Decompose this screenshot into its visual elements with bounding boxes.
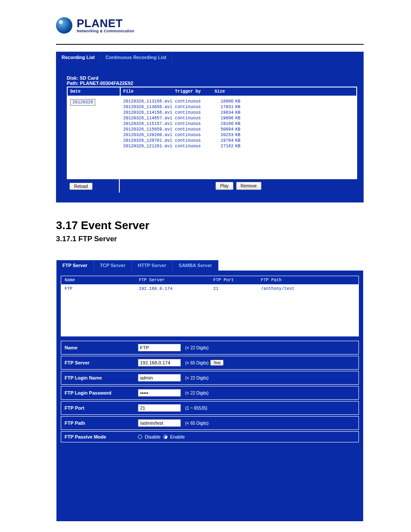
file-trigger: continuous: [175, 99, 215, 104]
col-server: FTP Server: [135, 276, 210, 285]
recording-list-screenshot: Recording List Continuous Recording List…: [56, 52, 364, 202]
file-unit: KB: [235, 133, 245, 137]
file-trigger: continuous: [175, 138, 215, 143]
tab-http-server[interactable]: HTTP Server: [132, 260, 173, 271]
name-field[interactable]: [138, 344, 181, 352]
file-row[interactable]: 20120326_113656.avicontinuous17931KB: [123, 105, 354, 109]
label-login-name: FTP Login Name: [65, 375, 138, 380]
label-ftp-port: FTP Port: [65, 405, 138, 411]
file-trigger: continuous: [175, 110, 215, 115]
play-button[interactable]: Play: [215, 182, 233, 190]
label-login-password: FTP Login Password: [65, 390, 138, 395]
hint-login-password: (< 22 Digits): [185, 391, 209, 395]
ftp-server-screenshot: FTP Server TCP Server HTTP Server SAMBA …: [56, 260, 364, 522]
file-trigger: continuous: [175, 144, 215, 149]
column-header-trigger: Trigger by: [175, 89, 215, 94]
hint-ftp-server: (< 65 Digits): [185, 361, 209, 365]
col-port: FTP Port: [210, 276, 258, 285]
tab-tcp-server[interactable]: TCP Server: [94, 260, 132, 271]
disk-label: Disk: SD Card: [67, 75, 357, 81]
label-ftp-server: FTP Server: [65, 360, 138, 365]
file-size: 50094: [215, 127, 235, 132]
cell-path: /anthony/test: [258, 285, 359, 336]
file-row[interactable]: 20120326_121201.avicontinuous27162KB: [123, 144, 354, 149]
cell-port: 21: [210, 285, 258, 336]
file-name: 20120326_115157.avi: [123, 121, 175, 126]
file-row[interactable]: 20120326_113156.avicontinuous18806KB: [123, 99, 354, 104]
reload-button[interactable]: Reload: [69, 183, 93, 190]
cell-server: 192.168.0.174: [135, 285, 210, 336]
test-button[interactable]: Test: [210, 360, 224, 366]
file-row[interactable]: 20120326_115659.avicontinuous50094KB: [123, 127, 354, 132]
tab-recording-list[interactable]: Recording List: [56, 52, 100, 62]
file-name: 20120326_120200.avi: [123, 133, 175, 137]
file-name: 20120326_113656.avi: [123, 105, 175, 109]
file-row[interactable]: 20120326_120701.avicontinuous19704KB: [123, 138, 354, 143]
tab-ftp-server[interactable]: FTP Server: [56, 260, 94, 271]
ftp-login-password-field[interactable]: [138, 389, 181, 397]
logo: PLANET Networking & Communication: [56, 17, 364, 34]
file-row[interactable]: 20120326_115157.avicontinuous19160KB: [123, 121, 354, 126]
col-name: Name: [61, 276, 136, 285]
file-name: 20120326_121201.avi: [123, 144, 175, 149]
section-heading-event-server: 3.17 Event Server: [56, 219, 364, 232]
ftp-login-name-field[interactable]: [138, 374, 181, 382]
ftp-path-field[interactable]: [138, 419, 181, 427]
label-ftp-path: FTP Path: [65, 420, 138, 426]
file-size: 17931: [215, 105, 235, 109]
column-header-file: File: [123, 89, 175, 94]
file-trigger: continuous: [175, 105, 215, 109]
file-size: 19704: [215, 138, 235, 143]
logo-text: PLANET: [77, 18, 134, 29]
table-row[interactable]: FTP 192.168.0.174 21 /anthony/test: [61, 285, 359, 336]
file-name: 20120326_115659.avi: [123, 127, 175, 132]
radio-disable-label: Disable: [145, 434, 161, 439]
hint-ftp-path: (< 65 Digits): [185, 421, 209, 426]
file-name: 20120326_114657.avi: [123, 116, 175, 121]
file-unit: KB: [235, 121, 245, 126]
logo-mark-icon: [56, 17, 72, 34]
file-unit: KB: [235, 110, 245, 115]
column-header-size: Size: [215, 89, 245, 94]
ftp-port-field[interactable]: [138, 404, 181, 412]
file-name: 20120326_113156.avi: [123, 99, 175, 104]
file-size: 20253: [215, 133, 235, 137]
file-size: 19834: [215, 110, 235, 115]
file-row[interactable]: 20120326_114156.avicontinuous19834KB: [123, 110, 354, 115]
logo-subtitle: Networking & Communication: [77, 29, 134, 33]
header-divider: [56, 44, 364, 45]
file-size: 27162: [215, 144, 235, 149]
ftp-server-field[interactable]: [138, 359, 181, 367]
col-path: FTP Path: [258, 276, 359, 285]
file-trigger: continuous: [175, 121, 215, 126]
file-size: 19160: [215, 121, 235, 126]
label-passive-mode: FTP Passive Mode: [65, 434, 138, 439]
file-size: 19606: [215, 116, 235, 121]
file-name: 20120326_120701.avi: [123, 138, 175, 143]
column-header-date: Date: [68, 87, 120, 96]
file-unit: KB: [235, 105, 245, 109]
hint-name: (< 22 Digits): [185, 345, 209, 350]
tab-continuous-recording-list[interactable]: Continuous Recording List: [100, 52, 172, 62]
file-unit: KB: [235, 116, 245, 121]
radio-enable-label: Enable: [170, 434, 185, 439]
file-unit: KB: [235, 138, 245, 143]
remove-button[interactable]: Remove: [236, 182, 262, 190]
file-name: 20120326_114156.avi: [123, 110, 175, 115]
file-trigger: continuous: [175, 127, 215, 132]
file-trigger: continuous: [175, 116, 215, 121]
tab-samba-server[interactable]: SAMBA Server: [173, 260, 218, 271]
file-unit: KB: [235, 144, 245, 149]
radio-enable[interactable]: [163, 435, 168, 439]
file-row[interactable]: 20120326_114657.avicontinuous19606KB: [123, 116, 354, 121]
radio-disable[interactable]: [138, 435, 142, 439]
path-label: Path: PLANET-00304FA22E92: [67, 81, 357, 86]
file-unit: KB: [235, 127, 245, 132]
section-heading-ftp-server: 3.17.1 FTP Server: [56, 235, 364, 243]
date-item[interactable]: 20120326: [70, 99, 95, 106]
cell-name: FTP: [61, 285, 136, 336]
file-size: 18806: [215, 99, 235, 104]
file-row[interactable]: 20120326_120200.avicontinuous20253KB: [123, 133, 354, 137]
label-name: Name: [65, 345, 138, 350]
file-unit: KB: [235, 99, 245, 104]
